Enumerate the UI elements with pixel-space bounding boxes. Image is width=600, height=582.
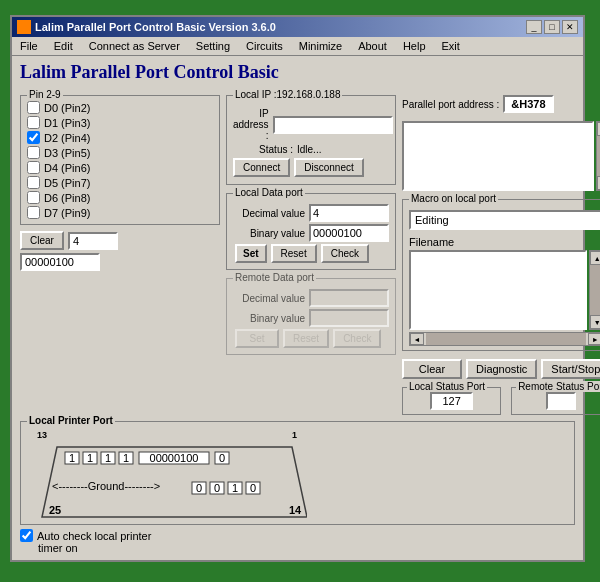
pin-d4-label: D4 (Pin6)	[44, 162, 90, 174]
pin-group-label: Pin 2-9	[27, 89, 63, 100]
reset-button[interactable]: Reset	[271, 244, 317, 263]
menu-circuits[interactable]: Circuits	[242, 39, 287, 53]
macro-box: Macro on local port Editing Filename ▲ ▼	[402, 199, 600, 351]
menu-bar: File Edit Connect as Server Setting Circ…	[12, 37, 583, 56]
pin-d7-checkbox[interactable]	[27, 206, 40, 219]
status-ports: Local Status Port 127 Remote Status Port	[402, 387, 600, 415]
status-label: Status :	[233, 144, 293, 155]
filename-label: Filename	[409, 236, 454, 248]
ip-address-input[interactable]	[273, 116, 393, 134]
parallel-port-row: Parallel port address : &H378	[402, 95, 600, 113]
binary-value-input[interactable]	[309, 224, 389, 242]
pin-d0-label: D0 (Pin2)	[44, 102, 90, 114]
pin-1-label: 1	[292, 430, 297, 440]
remote-status-port: Remote Status Port	[511, 387, 600, 415]
remote-data-port-group: Remote Data port Decimal value Binary va…	[226, 278, 396, 355]
pin-d1: D1 (Pin3)	[27, 115, 213, 130]
macro-textarea[interactable]	[409, 250, 587, 330]
printer-port-box: Local Printer Port 13 1	[20, 421, 575, 525]
menu-file[interactable]: File	[16, 39, 42, 53]
svg-text:1: 1	[105, 452, 111, 464]
disconnect-button[interactable]: Disconnect	[294, 158, 363, 177]
pin-d4: D4 (Pin6)	[27, 160, 213, 175]
pin-d7: D7 (Pin9)	[27, 205, 213, 220]
svg-text:1: 1	[232, 482, 238, 494]
pin-d0-checkbox[interactable]	[27, 101, 40, 114]
bottom-buttons: Clear Diagnostic Start/Stop	[402, 359, 600, 379]
svg-text:0: 0	[214, 482, 220, 494]
menu-minimize[interactable]: Minimize	[295, 39, 346, 53]
start-stop-button[interactable]: Start/Stop	[541, 359, 600, 379]
main-window: Lalim Parallel Port Control Basic Versio…	[10, 15, 585, 562]
svg-text:1: 1	[87, 452, 93, 464]
macro-scroll-left[interactable]: ◄	[410, 333, 424, 345]
local-data-port-label: Local Data port	[233, 187, 305, 198]
parallel-port-label: Parallel port address :	[402, 99, 499, 110]
remote-set-button[interactable]: Set	[235, 329, 279, 348]
svg-text:0: 0	[250, 482, 256, 494]
menu-setting[interactable]: Setting	[192, 39, 234, 53]
pin-d5-checkbox[interactable]	[27, 176, 40, 189]
svg-text:0: 0	[219, 452, 225, 464]
remote-decimal-input[interactable]	[309, 289, 389, 307]
parallel-port-value: &H378	[503, 95, 553, 113]
svg-text:25: 25	[49, 504, 61, 516]
pin-d6-checkbox[interactable]	[27, 191, 40, 204]
decimal-value-input[interactable]	[309, 204, 389, 222]
menu-edit[interactable]: Edit	[50, 39, 77, 53]
remote-decimal-label: Decimal value	[233, 293, 305, 304]
auto-check-checkbox[interactable]	[20, 529, 33, 542]
remote-check-button[interactable]: Check	[333, 329, 381, 348]
auto-check-row: Auto check local printer	[20, 529, 575, 542]
local-status-port: Local Status Port 127	[402, 387, 501, 415]
app-title: Lalim Parallel Port Control Basic	[20, 62, 575, 83]
pin-d5-label: D5 (Pin7)	[44, 177, 90, 189]
svg-text:00000100: 00000100	[150, 452, 199, 464]
local-data-port-group: Local Data port Decimal value Binary val…	[226, 193, 396, 270]
local-ip-label: Local IP :192.168.0.188	[233, 89, 342, 100]
remote-reset-button[interactable]: Reset	[283, 329, 329, 348]
pin-d6-label: D6 (Pin8)	[44, 192, 90, 204]
auto-check-label: Auto check local printer	[37, 530, 151, 542]
pin-d3-label: D3 (Pin5)	[44, 147, 90, 159]
pin-13-label: 13	[37, 430, 47, 440]
clear-button[interactable]: Clear	[20, 231, 64, 250]
macro-scroll-down[interactable]: ▼	[590, 315, 600, 329]
menu-about[interactable]: About	[354, 39, 391, 53]
ip-address-label: IP address :	[233, 108, 269, 141]
local-status-port-value: 127	[430, 392, 472, 410]
pin-d7-label: D7 (Pin9)	[44, 207, 90, 219]
right-text-area	[402, 121, 594, 191]
macro-scroll-up[interactable]: ▲	[590, 251, 600, 265]
menu-help[interactable]: Help	[399, 39, 430, 53]
pin-d5: D5 (Pin7)	[27, 175, 213, 190]
connect-button[interactable]: Connect	[233, 158, 290, 177]
pin-d4-checkbox[interactable]	[27, 161, 40, 174]
pin-d2-label: D2 (Pin4)	[44, 132, 90, 144]
pin-d3-checkbox[interactable]	[27, 146, 40, 159]
svg-text:1: 1	[69, 452, 75, 464]
remote-binary-label: Binary value	[233, 313, 305, 324]
macro-editing: Editing	[409, 210, 600, 230]
status-value: Idle...	[297, 144, 321, 155]
menu-connect-server[interactable]: Connect as Server	[85, 39, 184, 53]
menu-exit[interactable]: Exit	[438, 39, 464, 53]
maximize-button[interactable]: □	[544, 20, 560, 34]
app-icon	[17, 20, 31, 34]
diagnostic-button[interactable]: Diagnostic	[466, 359, 537, 379]
macro-scroll-right[interactable]: ►	[588, 333, 600, 345]
editing-label: Editing	[415, 214, 449, 226]
pin-d1-checkbox[interactable]	[27, 116, 40, 129]
binary-display: 00000100	[20, 253, 100, 271]
remote-binary-input[interactable]	[309, 309, 389, 327]
check-button[interactable]: Check	[321, 244, 369, 263]
svg-text:14: 14	[289, 504, 302, 516]
close-button[interactable]: ✕	[562, 20, 578, 34]
clear-macro-button[interactable]: Clear	[402, 359, 462, 379]
set-button[interactable]: Set	[235, 244, 267, 263]
pin-d6: D6 (Pin8)	[27, 190, 213, 205]
remote-status-port-label: Remote Status Port	[516, 381, 600, 392]
minimize-button[interactable]: _	[526, 20, 542, 34]
svg-text:0: 0	[196, 482, 202, 494]
pin-d2-checkbox[interactable]	[27, 131, 40, 144]
